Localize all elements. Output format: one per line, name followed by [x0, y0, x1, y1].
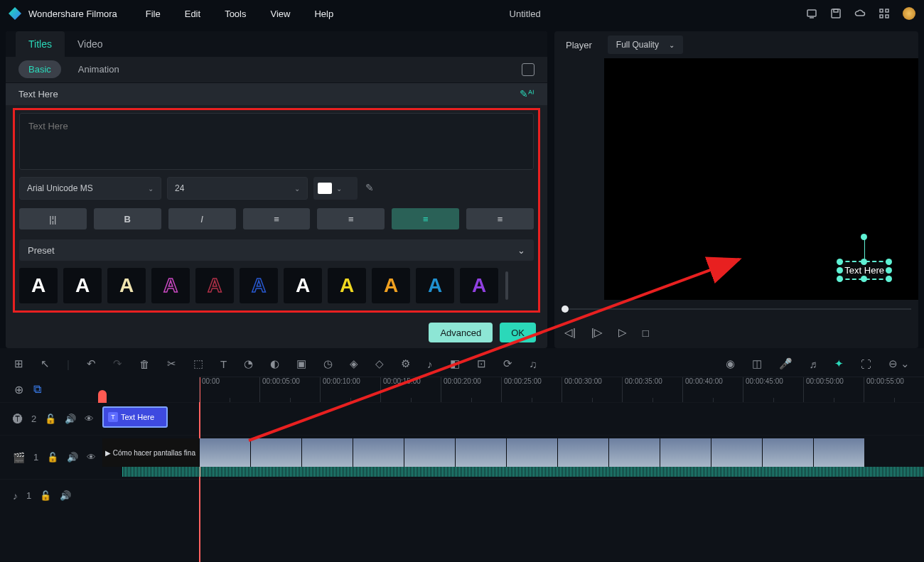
progress-knob[interactable] [562, 306, 569, 313]
marker-icon[interactable]: ◫ [752, 357, 762, 370]
align-left-button[interactable]: ≡ [243, 208, 311, 229]
align-right-button[interactable]: ≡ [392, 208, 459, 229]
video-clip[interactable] [455, 438, 506, 467]
render-icon[interactable]: ⟳ [503, 357, 512, 370]
preset-style-9[interactable]: A [372, 268, 410, 303]
video-clip-0[interactable]: ▶ Cómo hacer pantallas fina [102, 438, 199, 467]
title-text-input[interactable] [19, 113, 534, 170]
align-justify-button[interactable]: ≡ [466, 208, 534, 229]
text-tool-icon[interactable]: T [220, 358, 227, 370]
desktop-icon[interactable] [806, 8, 817, 19]
cut-icon[interactable]: ✂ [167, 357, 176, 370]
add-track-icon[interactable]: ⊞ [14, 357, 23, 370]
delete-icon[interactable]: 🗑 [139, 358, 150, 370]
marker-tool-icon[interactable]: ◧ [450, 357, 460, 370]
preset-scrollbar[interactable] [505, 271, 508, 300]
align-center-button[interactable]: ≡ [317, 208, 385, 229]
expand-icon[interactable]: ⛶ [861, 358, 871, 370]
title-overlay-widget[interactable]: Text Here [839, 261, 890, 280]
track-mute-icon[interactable]: 🔊 [65, 414, 76, 424]
timeline-ruler[interactable]: 00:00 00:00:05:00 00:00:10:00 00:00:15:0… [199, 377, 924, 402]
track-eye-icon[interactable]: 👁 [87, 452, 96, 463]
italic-button[interactable]: I [168, 208, 236, 229]
snap-icon[interactable]: ✦ [834, 357, 844, 370]
undo-icon[interactable]: ↶ [87, 357, 96, 370]
title-clip[interactable]: T Text Here [102, 406, 168, 428]
preset-style-5[interactable]: A [195, 268, 234, 303]
track-lock-icon[interactable]: 🔓 [47, 452, 58, 463]
video-clip[interactable] [557, 438, 608, 467]
stop-button[interactable]: □ [643, 327, 649, 339]
track-mute-icon[interactable]: 🔊 [60, 490, 71, 501]
voiceover-icon[interactable]: 🎤 [779, 357, 793, 370]
video-clip[interactable] [506, 438, 557, 467]
preset-style-11[interactable]: A [460, 268, 498, 303]
preview-canvas[interactable]: Text Here [604, 58, 918, 300]
pointer-tool-icon[interactable]: ↖ [41, 357, 50, 370]
playback-progress[interactable] [554, 300, 918, 317]
menu-tools[interactable]: Tools [225, 9, 246, 19]
speed-icon[interactable]: ◔ [244, 357, 253, 370]
save-preset-icon[interactable] [522, 63, 534, 76]
video-clip[interactable] [301, 438, 353, 467]
video-clip[interactable] [608, 438, 660, 467]
keyframe-icon[interactable]: ◈ [350, 357, 358, 370]
transform-icon[interactable]: ◇ [375, 357, 384, 370]
font-family-dropdown[interactable]: Arial Unicode MS⌄ [19, 177, 161, 200]
spacing-button[interactable]: |¦| [19, 208, 87, 229]
quality-dropdown[interactable]: Full Quality⌄ [608, 36, 683, 54]
adjust-icon[interactable]: ⚙ [401, 357, 410, 370]
text-color-picker[interactable]: ⌄ [313, 177, 358, 200]
preset-style-8[interactable]: A [328, 268, 366, 303]
prev-frame-button[interactable]: ◁| [564, 326, 576, 339]
zoom-out-icon[interactable]: ⊖ ⌄ [888, 357, 910, 370]
mixer-icon[interactable]: ◉ [726, 357, 735, 370]
preset-style-1[interactable]: A [19, 268, 58, 303]
preset-style-6[interactable]: A [240, 268, 278, 303]
preset-style-7[interactable]: A [284, 268, 322, 303]
group-icon[interactable]: ⊡ [477, 357, 486, 370]
video-clip[interactable] [199, 438, 250, 467]
subtab-basic[interactable]: Basic [18, 60, 61, 78]
insert-icon[interactable]: ⊕ [14, 383, 23, 396]
tab-titles[interactable]: Titles [16, 31, 65, 57]
tab-video[interactable]: Video [65, 31, 116, 57]
color-icon[interactable]: ◐ [270, 357, 279, 370]
video-clip[interactable] [762, 438, 813, 467]
video-clip[interactable] [353, 438, 404, 467]
next-frame-button[interactable]: |▷ [591, 326, 603, 339]
preset-style-2[interactable]: A [63, 268, 102, 303]
subtab-animation[interactable]: Animation [68, 60, 129, 78]
sound-icon[interactable]: ♬ [810, 358, 817, 370]
ai-edit-icon[interactable]: ✎ᴬᴵ [520, 88, 534, 99]
play-button[interactable]: ▷ [618, 326, 627, 339]
eyedropper-icon[interactable]: ✎ [363, 182, 376, 195]
crop-icon[interactable]: ⬚ [193, 357, 203, 370]
detach-audio-icon[interactable]: ♫ [530, 358, 537, 370]
preset-style-3[interactable]: A [107, 268, 146, 303]
timeline-marker[interactable] [98, 390, 107, 403]
redo-icon[interactable]: ↷ [113, 357, 122, 370]
preset-dropdown[interactable]: Preset⌄ [19, 239, 534, 261]
ok-button[interactable]: OK [500, 323, 536, 342]
track-eye-icon[interactable]: 👁 [85, 414, 94, 424]
video-clip[interactable] [711, 438, 762, 467]
bold-button[interactable]: B [94, 208, 161, 229]
mask-icon[interactable]: ▣ [296, 357, 306, 370]
preset-style-4[interactable]: A [151, 268, 190, 303]
cloud-icon[interactable] [854, 8, 866, 19]
video-clip[interactable] [813, 438, 864, 467]
menu-file[interactable]: File [146, 9, 161, 19]
font-size-dropdown[interactable]: 24⌄ [167, 177, 308, 200]
video-clip-row[interactable]: ▶ Cómo hacer pantallas fina [102, 438, 864, 467]
preset-style-10[interactable]: A [416, 268, 454, 303]
avatar-icon[interactable] [903, 7, 915, 20]
video-clip[interactable] [660, 438, 711, 467]
save-icon[interactable] [830, 8, 842, 19]
audio-edit-icon[interactable]: ♪ [427, 358, 433, 370]
video-clip[interactable] [250, 438, 301, 467]
track-lock-icon[interactable]: 🔓 [45, 414, 56, 424]
video-clip[interactable] [404, 438, 455, 467]
duration-icon[interactable]: ◷ [323, 357, 333, 370]
link-icon[interactable]: ⧉ [33, 383, 41, 396]
